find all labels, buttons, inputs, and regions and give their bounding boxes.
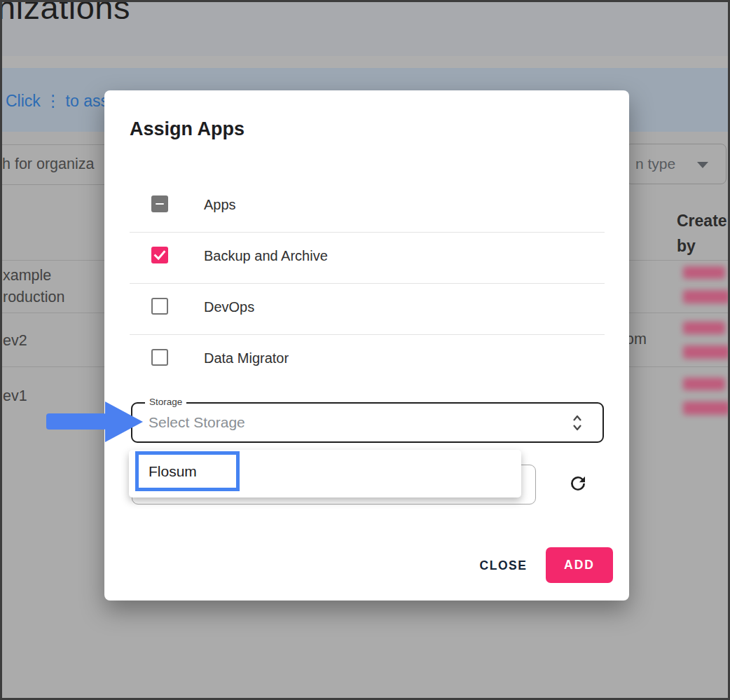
table-row-cell: roduction (3, 289, 64, 306)
redacted-created-by (683, 402, 730, 415)
storage-options-dropdown: Flosum (129, 450, 521, 497)
apps-group-label[interactable]: Apps (204, 197, 236, 212)
page-title: nizations (0, 0, 130, 28)
list-divider (130, 283, 605, 284)
check-icon (152, 247, 167, 263)
backup-and-archive-label[interactable]: Backup and Archive (204, 248, 328, 263)
table-header-created-by: Create by (677, 208, 729, 259)
redacted-created-by (683, 378, 725, 390)
table-row-cell: ev1 (3, 387, 27, 405)
banner-hint-text: Click ⋮ to assi (6, 90, 112, 111)
redacted-created-by (683, 290, 730, 303)
storage-select-placeholder: Select Storage (149, 404, 245, 441)
devops-checkbox[interactable] (151, 298, 168, 315)
assign-apps-dialog: Assign Apps Apps Backup and Archive DevO… (104, 90, 629, 601)
data-migrator-checkbox[interactable] (151, 349, 168, 366)
data-migrator-label[interactable]: Data Migrator (204, 350, 289, 366)
page-header-strip (0, 56, 730, 68)
redacted-created-by (683, 322, 725, 334)
annotation-arrow-head (105, 402, 143, 442)
storage-option-label: Flosum (149, 455, 197, 488)
storage-select[interactable]: Select Storage (131, 402, 604, 443)
unfold-more-icon (572, 413, 583, 432)
annotation-arrow-shaft (46, 413, 106, 430)
storage-option-flosum-highlight[interactable]: Flosum (135, 451, 240, 491)
organization-type-value: n type (635, 156, 675, 172)
redacted-created-by (683, 345, 730, 359)
organization-type-dropdown: n type (626, 144, 726, 184)
refresh-icon[interactable] (567, 473, 588, 494)
backup-and-archive-checkbox[interactable] (151, 247, 168, 263)
redacted-created-by (683, 266, 725, 279)
dialog-title: Assign Apps (130, 118, 245, 140)
table-row-cell: xample (3, 267, 51, 284)
search-input-text: h for organiza (2, 156, 94, 173)
dropdown-caret-icon (697, 162, 708, 168)
devops-label[interactable]: DevOps (204, 299, 254, 315)
apps-group-checkbox[interactable] (151, 195, 168, 212)
add-button[interactable]: ADD (546, 547, 613, 583)
table-row-cell: ev2 (3, 332, 27, 350)
storage-field-label: Storage (145, 396, 186, 408)
list-divider (130, 334, 605, 335)
screenshot-root: nizations Click ⋮ to assi h for organiza… (0, 0, 730, 700)
list-divider (130, 232, 605, 233)
close-button[interactable]: CLOSE (463, 549, 544, 582)
